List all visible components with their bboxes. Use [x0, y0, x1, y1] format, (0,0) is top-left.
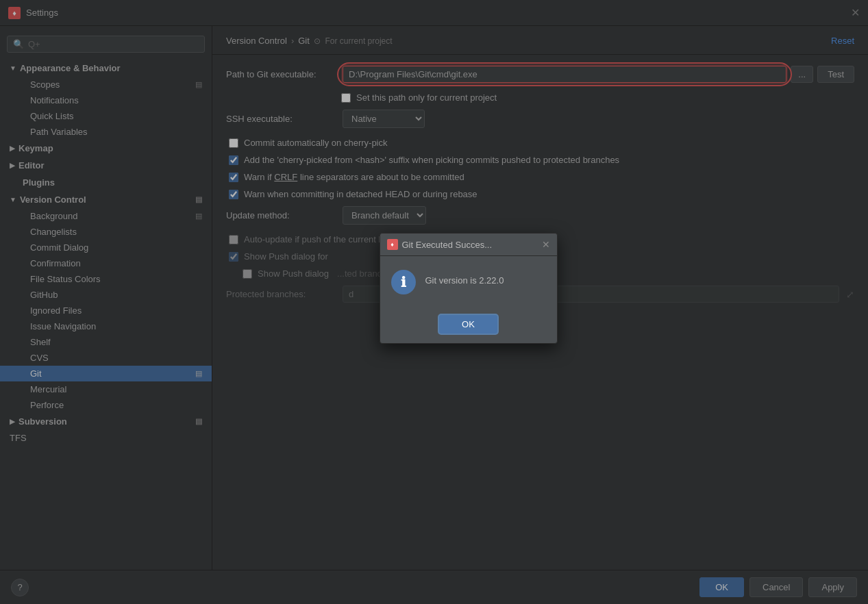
- dialog-message: Git version is 2.22.0: [425, 270, 504, 286]
- dialog-title-icon: ♦: [387, 239, 398, 250]
- dialog-footer: OK: [380, 308, 557, 343]
- dialog-overlay: ♦ Git Executed Succes... ✕ ℹ Git version…: [0, 0, 868, 604]
- dialog-title-left: ♦ Git Executed Succes...: [387, 239, 493, 250]
- dialog-title: Git Executed Succes...: [402, 240, 493, 250]
- dialog-close-button[interactable]: ✕: [542, 239, 550, 250]
- dialog-ok-button[interactable]: OK: [439, 315, 497, 334]
- dialog-info-icon: ℹ: [391, 270, 416, 294]
- dialog-title-bar: ♦ Git Executed Succes... ✕: [380, 234, 557, 256]
- dialog-body: ℹ Git version is 2.22.0: [380, 256, 557, 308]
- dialog-box: ♦ Git Executed Succes... ✕ ℹ Git version…: [380, 233, 558, 344]
